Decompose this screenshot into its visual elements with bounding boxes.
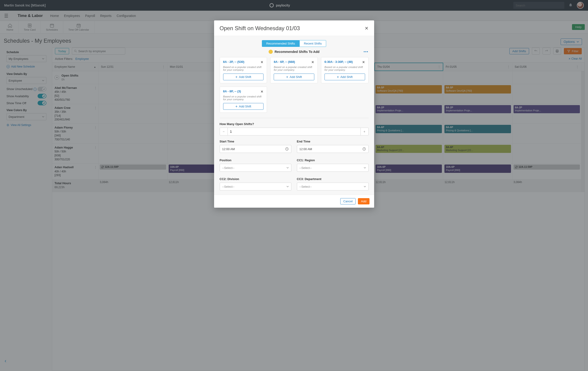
start-time-label: Start Time — [220, 140, 291, 143]
end-time-label: End Time — [297, 140, 368, 143]
card-title: 8A - 6P, -- (668) — [274, 60, 295, 64]
end-time-input[interactable]: 12:00 AM — [297, 145, 368, 153]
card-subtitle: Based on a popular created shift for you… — [325, 66, 365, 71]
cc1-select[interactable]: --Select-- — [297, 164, 368, 172]
lightbulb-icon — [269, 50, 273, 54]
recommended-shift-card: 8A - 6P, -- (668) ✕ Based on a popular c… — [270, 57, 318, 83]
add-shift-button[interactable]: +Add Shift — [325, 74, 365, 80]
card-close-icon[interactable]: ✕ — [261, 60, 263, 64]
start-time-input[interactable]: 12:00 AM — [220, 145, 291, 153]
card-title: 8A - 8P, -- (3) — [223, 90, 241, 93]
card-title: 6:30A - 3:30P, -- (48) — [325, 60, 353, 64]
modal-title: Open Shift on Wednesday 01/03 — [220, 25, 300, 32]
cc2-select[interactable]: --Select-- — [220, 183, 291, 191]
card-subtitle: Based on a popular created shift for you… — [223, 66, 264, 71]
how-many-label: How Many Open Shifts? — [220, 122, 368, 126]
how-many-stepper[interactable]: − + — [220, 127, 368, 136]
modal-tabs: Recommended Shifts Recent Shifts — [220, 40, 368, 47]
how-many-input[interactable] — [228, 128, 360, 135]
card-title: 8A - 2P, -- (530) — [223, 60, 244, 64]
add-shift-button[interactable]: +Add Shift — [223, 103, 264, 110]
modal-overlay: Open Shift on Wednesday 01/03 ✕ Recommen… — [0, 0, 588, 371]
cc1-label: CC1: Region — [297, 159, 368, 162]
position-select[interactable]: --Select-- — [220, 164, 291, 172]
clock-icon — [285, 147, 289, 151]
card-close-icon[interactable]: ✕ — [261, 90, 263, 94]
cc3-select[interactable]: --Select-- — [297, 183, 368, 191]
open-shift-modal: Open Shift on Wednesday 01/03 ✕ Recommen… — [214, 21, 374, 208]
card-subtitle: Based on a popular created shift for you… — [223, 95, 264, 101]
recommended-shift-card: 6:30A - 3:30P, -- (48) ✕ Based on a popu… — [321, 57, 368, 83]
cancel-button[interactable]: Cancel — [340, 198, 356, 204]
clock-icon — [362, 147, 366, 151]
more-menu-icon[interactable]: ••• — [364, 50, 368, 53]
recommended-shift-card: 8A - 8P, -- (3) ✕ Based on a popular cre… — [220, 86, 267, 113]
cc2-label: CC2: Division — [220, 177, 291, 181]
add-shift-button[interactable]: +Add Shift — [274, 74, 314, 80]
tab-recommended[interactable]: Recommended Shifts — [262, 40, 299, 47]
cc3-label: CC3: Department — [297, 177, 368, 181]
add-button[interactable]: Add — [358, 198, 369, 204]
stepper-minus[interactable]: − — [220, 128, 228, 135]
recommended-heading: Recommended Shifts To Add — [275, 50, 320, 53]
tab-recent[interactable]: Recent Shifts — [299, 40, 326, 47]
add-shift-button[interactable]: +Add Shift — [223, 74, 264, 80]
position-label: Position — [220, 159, 291, 162]
modal-close-button[interactable]: ✕ — [365, 25, 368, 31]
card-subtitle: Based on a popular created shift for you… — [274, 66, 314, 71]
recommended-shift-card: 8A - 2P, -- (530) ✕ Based on a popular c… — [220, 57, 267, 83]
card-close-icon[interactable]: ✕ — [311, 60, 314, 64]
stepper-plus[interactable]: + — [360, 128, 368, 135]
card-close-icon[interactable]: ✕ — [362, 60, 365, 64]
